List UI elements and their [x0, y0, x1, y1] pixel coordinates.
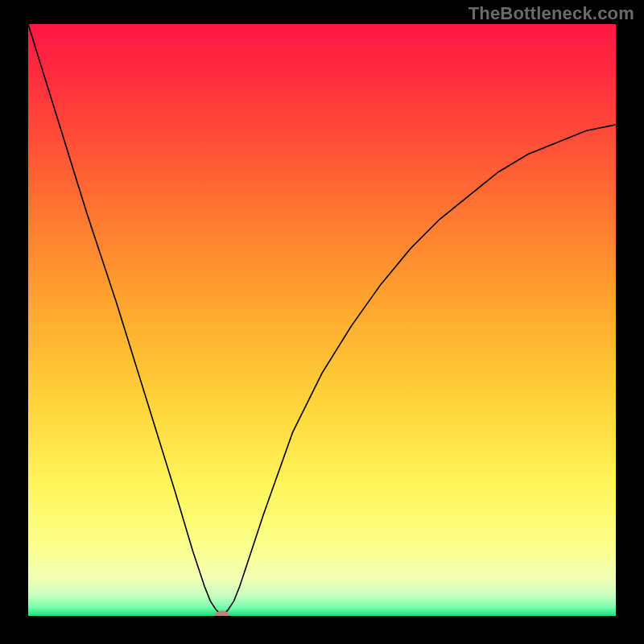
bottleneck-plot: [28, 24, 616, 616]
chart-frame: TheBottleneck.com: [0, 0, 644, 644]
plot-svg: [28, 24, 616, 616]
watermark-text: TheBottleneck.com: [469, 3, 634, 24]
plot-background: [28, 24, 616, 616]
